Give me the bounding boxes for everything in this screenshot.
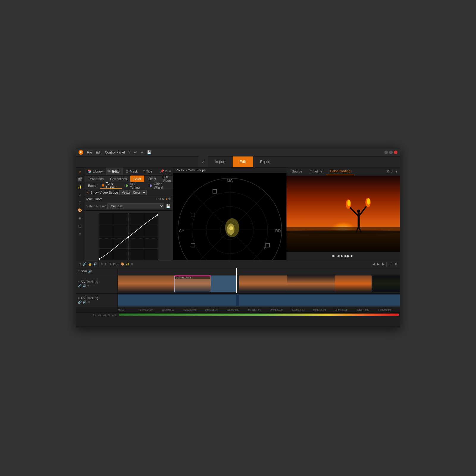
menu-file[interactable]: File: [87, 151, 92, 154]
tab-360video[interactable]: 360 Video: [160, 176, 174, 182]
track-2-eye-icon[interactable]: 👁: [87, 300, 90, 304]
toolbar-lock-icon[interactable]: 🔒: [88, 262, 92, 266]
toolbar-audio-icon[interactable]: 🔊: [93, 262, 97, 266]
curve-canvas[interactable]: [99, 213, 158, 260]
sidebar-icon-effects[interactable]: ✨: [77, 184, 83, 190]
tab-effect[interactable]: Effect: [145, 176, 159, 182]
track-2-clip[interactable]: [118, 295, 400, 306]
menu-edit[interactable]: Edit: [96, 151, 101, 154]
tone-curve-add-icon[interactable]: +: [156, 197, 158, 201]
track-2-list-icon: ≡: [78, 297, 79, 300]
sidebar-icon-transition[interactable]: ◈: [77, 215, 83, 221]
save-icon[interactable]: 💾: [147, 150, 151, 154]
import-button[interactable]: Import: [208, 156, 233, 167]
playback-start-icon[interactable]: ⏮: [332, 254, 336, 258]
tone-curve-copy-icon[interactable]: ⊕: [159, 197, 161, 201]
help-icon[interactable]: ?: [128, 150, 130, 154]
color-tab-hsltuning[interactable]: HSL Tuning: [123, 182, 146, 189]
redo-icon[interactable]: ↪: [140, 150, 143, 154]
sidebar-icon-menu[interactable]: ≡: [77, 231, 83, 237]
maximize-btn[interactable]: [389, 151, 393, 154]
toolbar-effects-icon[interactable]: ✨: [126, 262, 129, 266]
color-tab-tonecurve[interactable]: Tone Curve: [100, 182, 122, 189]
tab-title[interactable]: T Title: [141, 167, 155, 175]
preview-expand-icon[interactable]: ⤢: [391, 170, 394, 173]
preview-tab-colorgrading[interactable]: Color Grading: [326, 167, 354, 175]
sidebar-icon-home[interactable]: ⌂: [77, 169, 83, 175]
preset-row: Select Preset Custom Linear Contrast Fad…: [84, 202, 173, 211]
preset-dropdown[interactable]: Custom Linear Contrast Fade: [107, 203, 164, 209]
tone-curve-settings-icon[interactable]: ⚙: [162, 197, 165, 201]
panel-pin-icon[interactable]: 📌: [160, 169, 164, 173]
timeline-settings-icon[interactable]: ⚙: [395, 262, 397, 266]
tab-editor[interactable]: ✏ Editor: [106, 167, 123, 175]
tone-curve-visible-icon[interactable]: ●: [165, 197, 167, 201]
sidebar-icon-media[interactable]: 🎬: [77, 176, 83, 182]
clip-gap-1[interactable]: [211, 275, 236, 292]
clip-1[interactable]: [118, 275, 174, 292]
toolbar-marker-icon[interactable]: ⊡: [79, 262, 81, 266]
scope-dropdown[interactable]: Vector - Color Waveform Histogram Parade: [119, 190, 147, 195]
track-2-name: A/V Track (2): [81, 297, 98, 300]
playback-play-icon[interactable]: ▶: [341, 254, 343, 258]
tone-curve-delete-icon[interactable]: 🗑: [168, 197, 171, 201]
tab-library[interactable]: 📚 Library: [85, 167, 105, 175]
track-2-label-row: ≡ A/V Track (2): [78, 297, 116, 300]
toolbar-cut-icon[interactable]: ✂: [101, 262, 103, 266]
toolbar-trim-icon[interactable]: ⊢: [105, 262, 108, 266]
color-tab-colorwheel[interactable]: Color Wheel: [147, 182, 171, 189]
preview-tab-timeline[interactable]: Timeline: [306, 167, 326, 175]
sidebar-icon-overlay[interactable]: ◫: [77, 223, 83, 229]
panel-float-icon[interactable]: ⧉: [165, 169, 167, 173]
playback-prev-icon[interactable]: ◀: [337, 254, 339, 258]
track-1-link-icon[interactable]: 🔗: [78, 284, 82, 287]
tab-color[interactable]: Color: [130, 176, 144, 182]
sidebar-icon-color[interactable]: 🎨: [77, 207, 83, 213]
video-scope-checkbox[interactable]: ✓: [86, 191, 89, 194]
preset-save-icon[interactable]: 💾: [166, 204, 170, 208]
clip-5[interactable]: [335, 275, 372, 292]
track-2-audio-icon[interactable]: 🔊: [83, 300, 86, 304]
timeline-playhead[interactable]: [236, 268, 237, 274]
clip-4[interactable]: [287, 275, 335, 292]
panel-collapse-icon[interactable]: ▼: [168, 170, 172, 173]
edit-button[interactable]: Edit: [233, 156, 253, 167]
timeline-play-icon[interactable]: ▶: [377, 262, 380, 266]
undo-icon[interactable]: ↩: [134, 150, 137, 154]
menu-control-panel[interactable]: Control Panel: [105, 151, 125, 154]
tab-properties[interactable]: Properties: [86, 176, 107, 182]
timeline-prev-icon[interactable]: ◀|: [372, 262, 376, 266]
toolbar-audio2-icon[interactable]: ♪: [117, 262, 119, 266]
color-tab-basic[interactable]: Basic: [86, 182, 98, 189]
track-1-audio-icon[interactable]: 🔊: [83, 284, 86, 287]
clip-2-selected[interactable]: MOV081020213...: [174, 275, 211, 292]
track-1-list-icon: ≡: [78, 280, 79, 283]
tab-mask[interactable]: ◻ Mask: [123, 167, 140, 175]
zoom-out-icon[interactable]: -: [389, 262, 389, 266]
playback-next-icon[interactable]: ▶▶: [345, 254, 350, 258]
home-button[interactable]: ⌂: [198, 156, 208, 167]
preview-tab-source[interactable]: Source: [288, 167, 306, 175]
minimize-btn[interactable]: [384, 151, 388, 154]
clip-5-thumb: [335, 275, 372, 292]
toolbar-color-icon[interactable]: 🎨: [120, 262, 124, 266]
toolbar-menu-icon[interactable]: ≡: [131, 262, 133, 266]
toolbar-mask-icon[interactable]: ◻: [113, 262, 115, 266]
playback-end-icon[interactable]: ⏭: [351, 254, 355, 258]
track-2-link-icon[interactable]: 🔗: [78, 300, 82, 304]
toolbar-text-icon[interactable]: T: [109, 262, 111, 266]
toolbar-link-icon[interactable]: 🔗: [83, 262, 86, 266]
tab-corrections[interactable]: Corrections: [107, 176, 130, 182]
sidebar-icon-audio[interactable]: ♪: [77, 192, 83, 198]
zoom-in-icon[interactable]: +: [391, 262, 393, 266]
export-button[interactable]: Export: [253, 156, 278, 167]
close-btn[interactable]: [394, 151, 397, 154]
sidebar-icon-text[interactable]: T: [77, 200, 83, 206]
preview-collapse-icon[interactable]: ▼: [395, 170, 398, 173]
clip-3[interactable]: [239, 275, 287, 292]
preview-settings-icon[interactable]: ⚙: [387, 170, 390, 173]
clip-6[interactable]: [372, 275, 400, 292]
color-sub-tabs: Basic Tone Curve HSL Tuning Color Wheel: [84, 182, 173, 189]
track-1-eye-icon[interactable]: 👁: [87, 284, 90, 287]
timeline-next-icon[interactable]: |▶: [381, 262, 385, 266]
